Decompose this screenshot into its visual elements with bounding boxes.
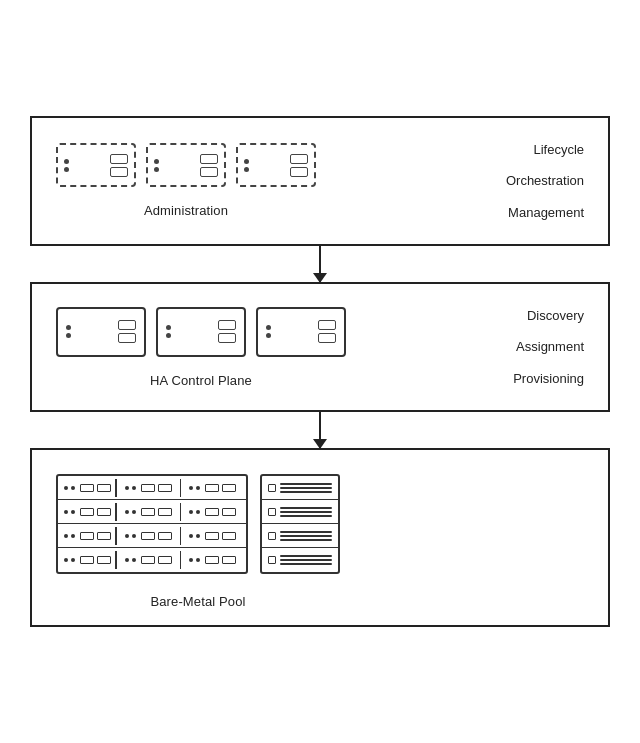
- bm-cell: [185, 508, 240, 516]
- divider: [180, 551, 182, 569]
- slot: [80, 532, 94, 540]
- baremetal-box: Bare-Metal Pool: [30, 448, 610, 627]
- dot: [125, 486, 129, 490]
- slot: [205, 508, 219, 516]
- bm-cell: [121, 484, 176, 492]
- slot: [222, 556, 236, 564]
- slot: [318, 320, 336, 330]
- bm-cell: [185, 556, 240, 564]
- slot: [80, 508, 94, 516]
- dot: [189, 510, 193, 514]
- arrow-2: [319, 412, 321, 448]
- dot: [166, 325, 171, 330]
- dot: [64, 558, 68, 562]
- dot: [132, 558, 136, 562]
- baremetal-label: Bare-Metal Pool: [150, 594, 245, 609]
- server-dots: [154, 159, 159, 172]
- slot: [158, 532, 172, 540]
- baremetal-left: Bare-Metal Pool: [56, 474, 340, 609]
- storage-indicator: [268, 532, 276, 540]
- storage-row: [262, 548, 338, 572]
- slot: [158, 556, 172, 564]
- storage-unit: [260, 474, 340, 574]
- slot: [205, 484, 219, 492]
- slot: [222, 508, 236, 516]
- control-right-3: Provisioning: [513, 367, 584, 390]
- storage-row: [262, 524, 338, 548]
- bm-cell: [185, 484, 240, 492]
- architecture-diagram: Administration Lifecycle Orchestration M…: [30, 116, 610, 627]
- admin-server-1: [56, 143, 136, 187]
- slot: [141, 508, 155, 516]
- storage-row: [262, 500, 338, 524]
- bm-cell: [64, 556, 111, 564]
- admin-right-1: Lifecycle: [533, 138, 584, 161]
- dot: [125, 558, 129, 562]
- storage-line: [280, 559, 332, 561]
- admin-servers: [56, 143, 316, 187]
- storage-indicator: [268, 484, 276, 492]
- admin-right-3: Management: [508, 201, 584, 224]
- dot: [125, 534, 129, 538]
- control-label: HA Control Plane: [150, 373, 252, 388]
- bm-cell: [64, 508, 111, 516]
- server-dots: [166, 325, 171, 338]
- slot: [158, 508, 172, 516]
- slot: [110, 167, 128, 177]
- slot: [118, 320, 136, 330]
- dot: [64, 159, 69, 164]
- dot: [71, 486, 75, 490]
- storage-line: [280, 507, 332, 509]
- bm-cell: [185, 532, 240, 540]
- server-slots: [218, 320, 236, 343]
- storage-lines: [280, 531, 332, 541]
- dot: [196, 558, 200, 562]
- bm-rack-row: [58, 548, 246, 572]
- slot: [205, 532, 219, 540]
- admin-right: Lifecycle Orchestration Management: [506, 138, 584, 224]
- control-left: HA Control Plane: [56, 307, 346, 388]
- storage-lines: [280, 555, 332, 565]
- dot: [71, 558, 75, 562]
- slot: [200, 154, 218, 164]
- server-dots: [266, 325, 271, 338]
- divider: [115, 551, 117, 569]
- dot: [66, 333, 71, 338]
- slot: [141, 532, 155, 540]
- dot: [244, 167, 249, 172]
- server-dots: [64, 159, 69, 172]
- storage-line: [280, 539, 332, 541]
- control-server-1: [56, 307, 146, 357]
- slot: [218, 320, 236, 330]
- bm-rack: [56, 474, 248, 574]
- dot: [166, 333, 171, 338]
- dot: [189, 558, 193, 562]
- bm-rack-row: [58, 500, 246, 524]
- admin-server-2: [146, 143, 226, 187]
- storage-line: [280, 555, 332, 557]
- dot: [196, 486, 200, 490]
- slot: [118, 333, 136, 343]
- control-server-2: [156, 307, 246, 357]
- slot: [97, 508, 111, 516]
- slot: [200, 167, 218, 177]
- slot: [80, 484, 94, 492]
- arrow-1: [319, 246, 321, 282]
- dot: [125, 510, 129, 514]
- dot: [64, 534, 68, 538]
- slot: [290, 154, 308, 164]
- dot: [244, 159, 249, 164]
- divider: [115, 527, 117, 545]
- bm-rack-row: [58, 476, 246, 500]
- control-server-3: [256, 307, 346, 357]
- admin-left: Administration: [56, 143, 316, 218]
- dot: [196, 534, 200, 538]
- dot: [189, 486, 193, 490]
- storage-line: [280, 487, 332, 489]
- storage-line: [280, 515, 332, 517]
- slot: [97, 484, 111, 492]
- slot: [141, 484, 155, 492]
- divider: [180, 527, 182, 545]
- slot: [290, 167, 308, 177]
- storage-line: [280, 531, 332, 533]
